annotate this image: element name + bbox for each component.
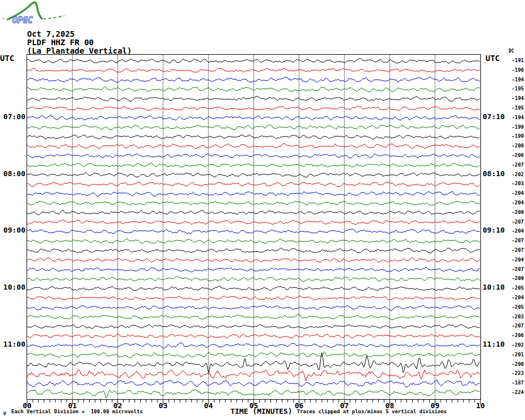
dc-value: -202 <box>501 342 524 348</box>
dc-value: -207 <box>501 266 524 272</box>
time-tick-label: 07 <box>333 401 356 410</box>
dc-value: -204 <box>501 228 524 234</box>
dc-value: -209 <box>501 209 524 215</box>
time-tick-label: 06 <box>288 401 310 410</box>
micro-glyph: μ <box>3 410 6 415</box>
time-tick-label: 08 <box>378 401 401 410</box>
logo-dash-right-decoration <box>43 16 64 19</box>
dc-value: -195 <box>501 86 524 91</box>
dc-value: -209 <box>501 275 524 281</box>
dc-value: -201 <box>501 352 524 357</box>
dc-value: -204 <box>501 190 524 196</box>
seismogram-plot-area <box>27 54 481 400</box>
dc-value: -199 <box>501 133 524 139</box>
time-tick-label: 02 <box>107 401 129 410</box>
time-tick-label: 05 <box>243 401 265 410</box>
time-tick-label: 03 <box>152 401 174 410</box>
dc-value: -200 <box>501 143 524 148</box>
dc-value: -199 <box>501 124 524 130</box>
logo-text: OPGC <box>12 15 33 25</box>
time-label-left: 09:00 <box>0 226 25 234</box>
dc-value: -194 <box>501 95 524 101</box>
dc-value: -204 <box>501 200 524 205</box>
opgc-logo: OPGC <box>1 0 69 31</box>
dc-value: -187 <box>501 380 524 386</box>
utc-label-left: UTC <box>0 54 14 63</box>
dc-value: -194 <box>501 77 524 82</box>
report-date: Oct 7,2025 <box>27 30 75 38</box>
dc-value: -204 <box>501 295 524 300</box>
dc-value: -206 <box>501 333 524 338</box>
time-tick-label: 04 <box>197 401 220 410</box>
dc-value: -195 <box>501 105 524 111</box>
dc-value: -190 <box>501 67 524 73</box>
time-label-left: 10:00 <box>0 283 25 291</box>
time-tick-label: 00 <box>16 401 38 410</box>
station-code: PLDF HHZ FR 00 <box>27 38 94 47</box>
seismogram-traces-canvas <box>27 55 480 399</box>
dc-value: -207 <box>501 323 524 329</box>
dc-value: -207 <box>501 247 524 253</box>
dc-column-header: DC <box>509 49 514 54</box>
dc-value: -205 <box>501 285 524 291</box>
dc-value: -206 <box>501 152 524 158</box>
dc-value: -204 <box>501 257 524 262</box>
dc-value: -205 <box>501 304 524 310</box>
dc-value: -207 <box>501 219 524 225</box>
dc-value: -224 <box>501 390 524 395</box>
minute-grid-lines <box>72 55 435 399</box>
dc-value: -200 <box>501 361 524 367</box>
dc-value: -191 <box>501 58 524 63</box>
helicorder-screenshot: OPGC Oct 7,2025 PLDF HHZ FR 00 (La Plant… <box>0 0 525 420</box>
time-tick-label: 01 <box>61 401 84 410</box>
time-label-left: 08:00 <box>0 169 25 178</box>
dc-value: -207 <box>501 238 524 243</box>
dc-value: -202 <box>501 172 524 177</box>
time-tick-label: 10 <box>469 401 492 410</box>
dc-value: -194 <box>501 115 524 120</box>
dc-value: -203 <box>501 314 524 320</box>
time-tick-label: 09 <box>424 401 447 410</box>
time-label-left: 07:00 <box>0 112 25 121</box>
time-label-left: 11:00 <box>0 340 25 348</box>
dc-value: -223 <box>501 370 524 376</box>
dc-value: -207 <box>501 162 524 168</box>
dc-value: -203 <box>501 181 524 186</box>
utc-label-right: UTC <box>485 54 500 63</box>
